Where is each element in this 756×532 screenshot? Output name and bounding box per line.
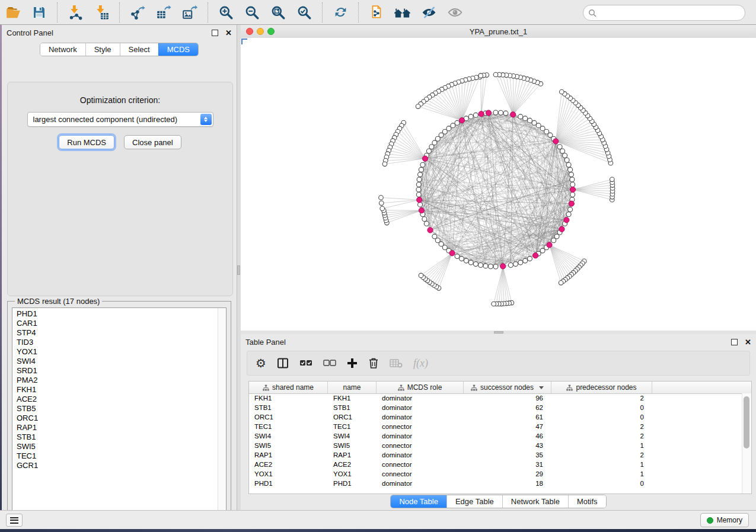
- import-network-icon[interactable]: [66, 4, 84, 21]
- import-table-icon[interactable]: [92, 4, 110, 21]
- splitter-handle[interactable]: [494, 331, 503, 334]
- show-all-icon[interactable]: [446, 4, 464, 21]
- network-canvas[interactable]: [241, 38, 756, 330]
- leaf-node[interactable]: [416, 104, 420, 109]
- leaf-node[interactable]: [382, 162, 387, 166]
- mcds-result-item[interactable]: SWI4: [17, 357, 226, 366]
- delete-column-icon[interactable]: [368, 355, 379, 371]
- tab-network[interactable]: Network: [40, 43, 85, 56]
- leaf-node[interactable]: [380, 206, 385, 211]
- close-panel-icon[interactable]: ✕: [745, 338, 751, 346]
- mcds-node[interactable]: [428, 227, 433, 233]
- ring-node[interactable]: [528, 257, 532, 261]
- table-row[interactable]: ORC1ORC1dominator610: [249, 412, 742, 422]
- leaf-node[interactable]: [379, 196, 384, 200]
- network-window-titlebar[interactable]: YPA_prune.txt_1: [241, 25, 756, 39]
- result-list-scrollbar[interactable]: [218, 308, 226, 517]
- ring-node[interactable]: [532, 120, 537, 125]
- ring-node[interactable]: [432, 234, 437, 239]
- ring-node[interactable]: [416, 193, 421, 197]
- mcds-node[interactable]: [479, 111, 484, 117]
- mcds-result-item[interactable]: SWI5: [17, 442, 226, 451]
- mcds-node[interactable]: [422, 156, 428, 161]
- ring-node[interactable]: [418, 172, 423, 177]
- float-panel-icon[interactable]: [212, 30, 218, 36]
- mcds-node[interactable]: [511, 112, 516, 117]
- tab-motifs[interactable]: Motifs: [568, 495, 606, 508]
- tab-network-table[interactable]: Network Table: [502, 495, 568, 508]
- mcds-node[interactable]: [419, 208, 424, 213]
- ring-node[interactable]: [523, 116, 528, 121]
- mcds-result-list[interactable]: PHD1CAR1STP4TID3YOX1SWI4SRD1PMA2FKH1ACE2…: [12, 307, 227, 518]
- mcds-result-item[interactable]: PMA2: [17, 376, 226, 385]
- mcds-result-item[interactable]: YOX1: [17, 347, 226, 357]
- search-input[interactable]: [596, 7, 745, 19]
- ring-node[interactable]: [499, 110, 503, 115]
- first-neighbors-icon[interactable]: [394, 4, 412, 21]
- zoom-selected-icon[interactable]: [295, 4, 313, 21]
- save-icon[interactable]: [30, 4, 48, 21]
- mcds-node[interactable]: [570, 187, 575, 192]
- mcds-result-item[interactable]: TEC1: [17, 451, 226, 461]
- run-mcds-button[interactable]: Run MCDS: [59, 135, 114, 149]
- show-columns-icon[interactable]: [277, 355, 289, 371]
- table-row[interactable]: PHD1PHD1dominator180: [249, 479, 742, 488]
- mcds-node[interactable]: [459, 118, 464, 123]
- ring-node[interactable]: [528, 118, 532, 123]
- ring-node[interactable]: [418, 202, 423, 207]
- close-panel-button[interactable]: Close panel: [124, 135, 181, 149]
- ring-node[interactable]: [446, 126, 451, 131]
- leaf-node[interactable]: [559, 281, 563, 286]
- ring-node[interactable]: [435, 136, 440, 141]
- mcds-result-item[interactable]: TID3: [17, 338, 226, 347]
- mcds-node[interactable]: [553, 139, 559, 144]
- column-header-predecessor-nodes[interactable]: predecessor nodes: [551, 382, 652, 393]
- open-file-icon[interactable]: [4, 4, 22, 21]
- ring-node[interactable]: [566, 212, 571, 217]
- table-row[interactable]: RAP1RAP1dominator352: [249, 450, 742, 460]
- tab-select[interactable]: Select: [120, 43, 158, 56]
- mcds-result-item[interactable]: SRD1: [17, 366, 226, 376]
- ring-node[interactable]: [544, 129, 549, 134]
- refresh-icon[interactable]: [331, 4, 349, 21]
- optimization-criterion-dropdown[interactable]: largest connected component (undirected): [27, 112, 213, 127]
- mcds-result-item[interactable]: ORC1: [17, 414, 226, 423]
- task-history-button[interactable]: [6, 514, 23, 527]
- ring-node[interactable]: [483, 264, 488, 268]
- ring-node[interactable]: [566, 162, 571, 167]
- leaf-node[interactable]: [492, 302, 496, 306]
- ring-node[interactable]: [455, 254, 460, 259]
- table-row[interactable]: ACE2ACE2connector311: [249, 460, 742, 469]
- mcds-node[interactable]: [449, 251, 455, 256]
- export-table-icon[interactable]: [155, 4, 173, 21]
- tab-edge-table[interactable]: Edge Table: [446, 495, 502, 508]
- ring-node[interactable]: [518, 114, 523, 119]
- zoom-fit-icon[interactable]: [269, 4, 287, 21]
- ring-node[interactable]: [523, 258, 528, 263]
- ring-node[interactable]: [455, 120, 460, 125]
- mcds-result-item[interactable]: PHD1: [17, 309, 226, 319]
- mcds-node[interactable]: [417, 197, 422, 203]
- ring-node[interactable]: [563, 153, 567, 158]
- table-options-gear-icon[interactable]: ⚙: [256, 355, 266, 371]
- search-box[interactable]: [583, 5, 745, 21]
- ring-node[interactable]: [468, 260, 473, 265]
- mcds-node[interactable]: [533, 253, 538, 258]
- select-all-icon[interactable]: [299, 355, 312, 371]
- ring-node[interactable]: [493, 110, 498, 115]
- ring-node[interactable]: [493, 264, 498, 269]
- ring-node[interactable]: [568, 167, 573, 172]
- ring-node[interactable]: [464, 258, 468, 263]
- ring-node[interactable]: [570, 177, 575, 182]
- mcds-result-item[interactable]: FKH1: [17, 385, 226, 395]
- mcds-node[interactable]: [559, 226, 564, 232]
- ring-node[interactable]: [568, 207, 573, 212]
- ring-node[interactable]: [508, 263, 513, 268]
- table-row[interactable]: TEC1TEC1connector472: [249, 422, 742, 431]
- ring-node[interactable]: [540, 248, 545, 253]
- add-column-icon[interactable]: [347, 355, 358, 371]
- leaf-node[interactable]: [419, 273, 423, 278]
- table-row[interactable]: SWI5SWI5connector431: [249, 441, 742, 450]
- table-row[interactable]: SWI4SWI4dominator462: [249, 431, 742, 441]
- tab-style[interactable]: Style: [85, 43, 120, 56]
